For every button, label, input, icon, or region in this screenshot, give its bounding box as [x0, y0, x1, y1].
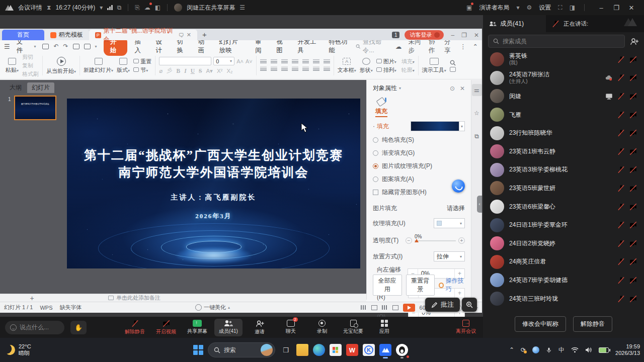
- gear-icon[interactable]: ⚙: [526, 4, 532, 11]
- quick-access-chevron-icon[interactable]: ▾: [95, 44, 97, 49]
- normal-view-icon[interactable]: [371, 305, 377, 310]
- paste-button[interactable]: 粘贴▾: [6, 58, 19, 74]
- line-spacing-button[interactable]: [313, 67, 319, 72]
- slides-tab[interactable]: 幻灯片: [27, 82, 54, 93]
- paragraph-settings-button[interactable]: [324, 67, 330, 72]
- justify-button[interactable]: [292, 67, 298, 72]
- reading-view-icon[interactable]: [392, 305, 398, 310]
- member-row[interactable]: 23行知班陈晓华: [483, 124, 644, 142]
- cloud-record-icon[interactable]: ☁: [144, 4, 150, 11]
- apply-all-button[interactable]: 全部应用: [373, 275, 402, 296]
- new-slide-button[interactable]: 新建幻灯片▾: [84, 58, 113, 74]
- tencent-meeting-taskbar-icon[interactable]: [379, 344, 391, 356]
- underline-button[interactable]: U: [191, 68, 195, 74]
- tray-expand-icon[interactable]: ⌃: [509, 346, 514, 353]
- battery-icon[interactable]: [599, 347, 609, 353]
- missing-font-warning[interactable]: 缺失字体: [60, 304, 82, 311]
- maximize-button[interactable]: ❐: [609, 4, 624, 12]
- tab-docer[interactable]: 稻壳模板: [44, 30, 89, 40]
- arrange-button[interactable]: 排列▾: [376, 66, 396, 74]
- mic-status-icon[interactable]: [617, 258, 625, 265]
- camera-status-icon[interactable]: [629, 93, 637, 100]
- ime-indicator[interactable]: 中: [558, 346, 565, 354]
- camera-status-icon[interactable]: [629, 56, 637, 63]
- font-name-input[interactable]: [159, 57, 211, 65]
- mic-status-icon[interactable]: [617, 277, 625, 284]
- comment-bubble-icon[interactable]: 🗨: [179, 32, 184, 38]
- member-row[interactable]: 24英语三班时玲珑: [483, 290, 644, 308]
- settings-button[interactable]: 设置: [539, 4, 551, 12]
- taskbar-clock[interactable]: 19:592026/3/13: [615, 343, 640, 356]
- raise-hand-button[interactable]: ✋: [70, 321, 87, 334]
- transparency-slider[interactable]: 0%: [415, 240, 456, 241]
- member-row[interactable]: 蒋英铢 (我): [483, 50, 644, 69]
- more-icon[interactable]: ⋮: [460, 43, 466, 50]
- wps-minimize-button[interactable]: –: [451, 32, 454, 39]
- increase-font-icon[interactable]: A˄: [236, 58, 244, 64]
- mic-status-icon[interactable]: [617, 166, 625, 173]
- wps-close-button[interactable]: ✕: [474, 32, 479, 39]
- mic-status-icon[interactable]: [617, 148, 625, 155]
- mic-status-icon[interactable]: [617, 129, 625, 137]
- camera-status-icon[interactable]: [629, 277, 637, 284]
- mic-status-icon[interactable]: [617, 240, 625, 247]
- member-row[interactable]: 23英语6班梁馨心: [483, 198, 644, 216]
- menu-tab[interactable]: 特色功能: [328, 38, 349, 55]
- print-preview-icon[interactable]: [84, 44, 91, 49]
- member-row[interactable]: 闵婕: [483, 87, 644, 106]
- mic-status-icon[interactable]: [617, 111, 625, 119]
- edge-browser-icon[interactable]: [313, 344, 325, 356]
- slide-sorter-icon[interactable]: [382, 305, 388, 310]
- tab-home[interactable]: 首页: [2, 30, 44, 40]
- align-center-button[interactable]: [271, 67, 277, 72]
- menu-tab[interactable]: 幻灯片放映: [218, 38, 245, 55]
- option-picture-fill[interactable]: 图片或纹理填充(P): [373, 162, 465, 170]
- notes-toggle-icon[interactable]: [361, 305, 367, 310]
- unmute-mic-button[interactable]: 解除静音: [121, 319, 149, 336]
- record-button[interactable]: 录制: [308, 319, 336, 336]
- section-button[interactable]: 节▾: [133, 66, 151, 74]
- add-slide-button[interactable]: +: [0, 295, 64, 302]
- wifi-icon[interactable]: [571, 347, 579, 353]
- collapse-panel-flap[interactable]: ‹: [477, 196, 482, 213]
- menu-tab[interactable]: 审阅: [255, 38, 266, 55]
- outline-tab[interactable]: 大纲: [5, 82, 26, 93]
- increase-indent-button[interactable]: [292, 59, 298, 64]
- slide-canvas[interactable]: 第十二届“挑战杯”广西大学生创业计划竞赛 南宁师范大学外国语学院培训会 主讲人：…: [67, 99, 360, 268]
- wps-assistant-ball[interactable]: [452, 179, 465, 193]
- beautify-button[interactable]: 一键美化 ▴: [195, 304, 230, 311]
- annotate-button[interactable]: 批注: [425, 298, 460, 312]
- guest-login-button[interactable]: 访客登录: [405, 30, 444, 40]
- magnifier-button[interactable]: [462, 298, 477, 312]
- mic-status-icon[interactable]: [617, 93, 625, 100]
- close-button[interactable]: ✕: [624, 4, 639, 12]
- sync-tray-icon[interactable]: ⟳: [521, 346, 526, 353]
- camera-status-icon[interactable]: [629, 74, 637, 81]
- member-row[interactable]: 24日语1班学委覃金环: [483, 216, 644, 234]
- tips-link[interactable]: 操作技巧: [439, 277, 465, 294]
- camera-status-icon[interactable]: [629, 148, 637, 155]
- strike-button[interactable]: S: [199, 68, 202, 74]
- add-member-icon[interactable]: [630, 38, 639, 45]
- slideshow-play-button[interactable]: [403, 304, 415, 312]
- align-text-button[interactable]: [313, 59, 319, 64]
- fill-swatch-dropdown[interactable]: ▾: [411, 121, 465, 131]
- align-right-button[interactable]: [281, 67, 288, 72]
- network-signal-icon[interactable]: [107, 5, 113, 10]
- format-painter-button[interactable]: 格式刷: [22, 70, 39, 78]
- text-box-button[interactable]: A 文本框▾: [338, 58, 356, 74]
- fill-button[interactable]: 填充▾: [401, 58, 415, 65]
- camera-status-icon[interactable]: [629, 129, 637, 137]
- meeting-duration[interactable]: 16:27 (40分钟): [55, 4, 95, 12]
- tab-document[interactable]: P 第十二届 “挑...语学院培训会 🗨 ✕: [89, 30, 197, 40]
- member-row[interactable]: 23英语1班韦云静: [483, 142, 644, 161]
- layout-button[interactable]: 版式▾: [117, 58, 130, 74]
- weather-tray-icon[interactable]: [532, 346, 539, 353]
- hamburger-icon[interactable]: ☰: [4, 43, 10, 50]
- members-button[interactable]: 成员(41): [214, 319, 243, 336]
- share-button[interactable]: 分享: [444, 38, 453, 55]
- subscript-button[interactable]: X₂: [226, 68, 232, 74]
- print-icon[interactable]: [73, 44, 79, 49]
- menu-tab[interactable]: 视图: [276, 38, 287, 55]
- collaborate-button[interactable]: 协作: [429, 38, 438, 55]
